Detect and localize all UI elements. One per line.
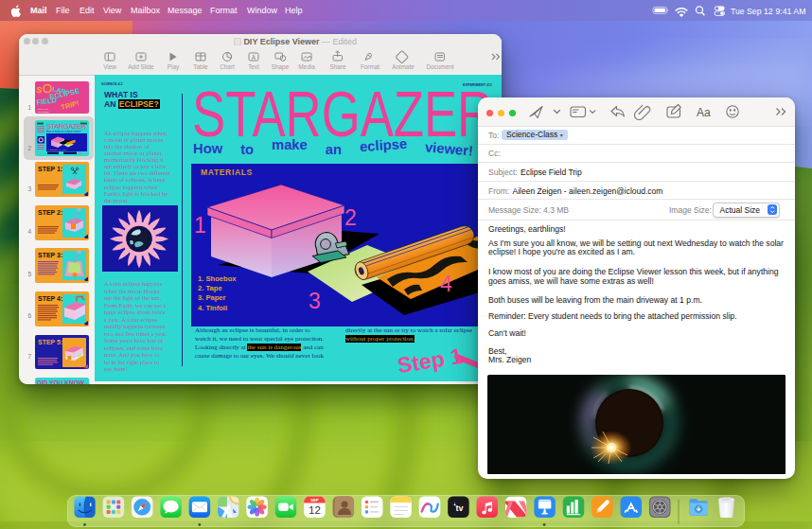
svg-text:STEP 2:: STEP 2: bbox=[38, 209, 62, 216]
svg-text:12: 12 bbox=[309, 504, 321, 516]
svg-text:STEP 5:: STEP 5: bbox=[38, 339, 62, 345]
svg-text:Play: Play bbox=[168, 63, 180, 71]
svg-text:Chart: Chart bbox=[220, 63, 235, 70]
svg-text:St.: St. bbox=[79, 151, 84, 156]
svg-text:DID YOU KNOW...: DID YOU KNOW... bbox=[37, 379, 89, 384]
svg-text:Text: Text bbox=[248, 63, 259, 70]
svg-text:Media: Media bbox=[298, 63, 315, 70]
svg-text:Table: Table bbox=[193, 63, 208, 70]
svg-text:A: A bbox=[252, 54, 256, 61]
svg-text:Add Slide: Add Slide bbox=[128, 63, 154, 70]
svg-text:S: S bbox=[35, 84, 43, 95]
svg-text:Animate: Animate bbox=[392, 63, 415, 70]
svg-text:Wed 1 p.m.: Wed 1 p.m. bbox=[38, 107, 49, 109]
svg-text:FIELD: FIELD bbox=[36, 95, 58, 106]
svg-text:tv: tv bbox=[456, 503, 464, 513]
svg-text:1. Shoebox 2. Tape: 1. Shoebox 2. Tape bbox=[47, 149, 67, 151]
svg-text:Document: Document bbox=[426, 63, 453, 70]
svg-text:Tue Sep 12: Tue Sep 12 bbox=[731, 7, 773, 16]
svg-text:Mrs. Zeigen: Mrs. Zeigen bbox=[38, 110, 49, 112]
svg-text:STEP 3:: STEP 3: bbox=[38, 252, 62, 258]
svg-text:Format: Format bbox=[361, 63, 380, 70]
svg-text:4: 4 bbox=[440, 272, 452, 296]
svg-text:STEP 1:: STEP 1: bbox=[38, 166, 62, 172]
svg-text:Aa: Aa bbox=[697, 106, 711, 119]
svg-text:SEP: SEP bbox=[310, 498, 319, 503]
svg-text:9:41 AM: 9:41 AM bbox=[776, 7, 806, 16]
svg-text:How to make an eclipse viewer!: How to make an eclipse viewer! bbox=[46, 130, 81, 133]
svg-text:2: 2 bbox=[344, 205, 357, 230]
svg-text:1: 1 bbox=[194, 213, 206, 238]
svg-text:TRIP!: TRIP! bbox=[60, 98, 79, 111]
svg-text:Share: Share bbox=[329, 63, 345, 70]
svg-text:3: 3 bbox=[309, 289, 321, 313]
svg-text:STEP 4:: STEP 4: bbox=[38, 295, 62, 302]
svg-text:Shape: Shape bbox=[272, 63, 290, 71]
svg-text:View: View bbox=[103, 63, 116, 70]
